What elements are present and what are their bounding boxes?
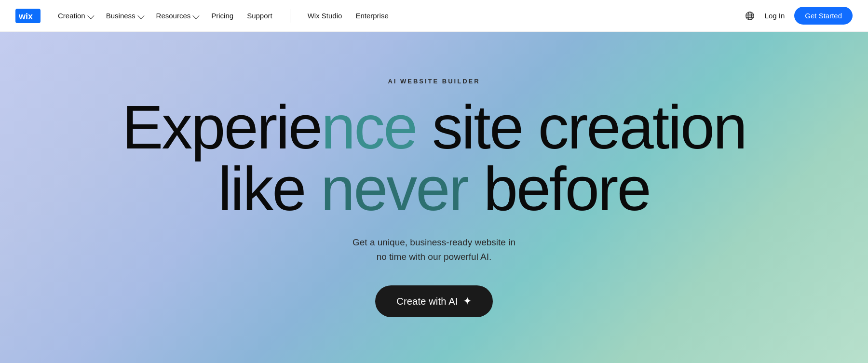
nav-right: Log In Get Started xyxy=(745,7,853,25)
hero-subtext: Get a unique, business-ready website in … xyxy=(353,235,515,265)
svg-text:wix: wix xyxy=(18,12,33,21)
chevron-down-icon xyxy=(87,12,94,19)
sparkle-icon: ✦ xyxy=(463,295,472,308)
nav-item-wix-studio[interactable]: Wix Studio xyxy=(308,12,342,20)
nav-item-resources[interactable]: Resources xyxy=(156,12,198,20)
nav-item-enterprise[interactable]: Enterprise xyxy=(355,12,388,20)
nav-item-creation[interactable]: Creation xyxy=(58,12,93,20)
hero-headline: Experience site creation like never befo… xyxy=(103,96,765,220)
get-started-button[interactable]: Get Started xyxy=(794,7,853,25)
hero-headline-line1: Experience site creation xyxy=(122,96,746,158)
nav-item-business[interactable]: Business xyxy=(106,12,143,20)
login-link[interactable]: Log In xyxy=(765,12,785,20)
hero-headline-teal-1: nce xyxy=(321,93,416,161)
nav-item-support[interactable]: Support xyxy=(247,12,272,20)
globe-icon[interactable] xyxy=(745,11,755,21)
hero-section: AI WEBSITE BUILDER Experience site creat… xyxy=(0,0,868,363)
hero-eyebrow: AI WEBSITE BUILDER xyxy=(388,78,480,85)
nav-links: Creation Business Resources Pricing Supp… xyxy=(58,9,745,23)
create-with-ai-button[interactable]: Create with AI ✦ xyxy=(375,285,493,317)
hero-headline-line2: like never before xyxy=(122,158,746,220)
nav-item-pricing[interactable]: Pricing xyxy=(211,12,233,20)
nav-divider xyxy=(290,9,290,23)
chevron-down-icon xyxy=(137,12,144,19)
chevron-down-icon xyxy=(193,12,200,19)
wix-logo[interactable]: wix xyxy=(15,9,41,23)
navbar: wix Creation Business Resources Pricing … xyxy=(0,0,868,32)
hero-headline-teal-2: never xyxy=(321,154,468,223)
